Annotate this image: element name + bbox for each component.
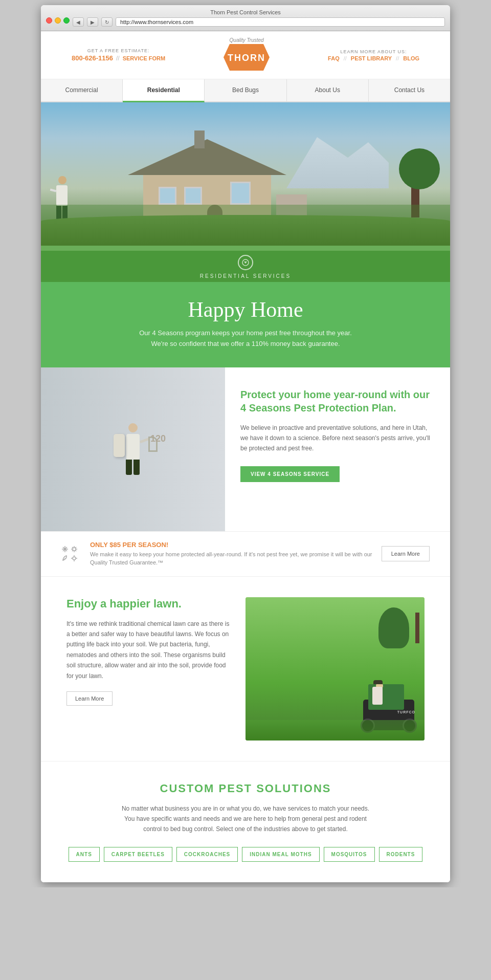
top-bar: GET A FREE ESTIMATE: 800-626-1156 // SER… xyxy=(41,31,450,79)
seasons-content: Protect your home year-round with our 4 … xyxy=(225,367,450,531)
price-banner: ONLY $85 PER SEASON! We make it easy to … xyxy=(41,531,450,577)
top-right-info: LEARN MORE ABOUT US: FAQ // PEST LIBRARY… xyxy=(328,49,419,61)
seasons-section: 120 Protect your home year-round with ou… xyxy=(41,367,450,531)
sprayer-scene: 120 xyxy=(41,367,225,531)
hero-section xyxy=(41,102,450,246)
nav-commercial[interactable]: Commercial xyxy=(41,79,123,101)
green-banner: RESIDENTIAL SERVICES xyxy=(41,246,450,282)
back-button[interactable]: ◀ xyxy=(73,17,84,27)
snowflake-icon xyxy=(61,546,69,553)
pest-solutions-description: No matter what business you are in or wh… xyxy=(118,803,373,835)
forward-button[interactable]: ▶ xyxy=(87,17,98,27)
refresh-button[interactable]: ↻ xyxy=(101,17,113,27)
seasons-heading: Protect your home year-round with our 4 … xyxy=(240,388,435,415)
lawn-heading: Enjoy a happier lawn. xyxy=(66,597,230,611)
svg-point-10 xyxy=(73,557,76,560)
pest-solutions-section: CUSTOM PEST SOLUTIONS No matter what bus… xyxy=(41,761,450,882)
browser-chrome: Thorn Pest Control Services ◀ ▶ ↻ http:/… xyxy=(41,5,450,31)
pest-indian-meal-moths-button[interactable]: INDIAN MEAL MOTHS xyxy=(242,847,319,862)
logo-badge-svg: THORN xyxy=(224,44,270,71)
top-left-info: GET A FREE ESTIMATE: 800-626-1156 // SER… xyxy=(72,48,165,62)
lawn-image: TURFCO xyxy=(246,597,425,741)
pest-rodents-button[interactable]: RODENTS xyxy=(379,847,423,862)
price-description: We make it easy to keep your home protec… xyxy=(90,550,382,567)
close-button[interactable] xyxy=(46,17,52,24)
nav-about-us[interactable]: About Us xyxy=(287,79,369,101)
seasons-body: We believe in proactive and preventative… xyxy=(240,423,435,454)
pest-solutions-heading: CUSTOM PEST SOLUTIONS xyxy=(66,782,425,795)
phone-number[interactable]: 800-626-1156 xyxy=(72,54,113,62)
happy-home-section: Happy Home Our 4 Seasons program keeps y… xyxy=(41,282,450,367)
window-controls xyxy=(46,17,70,24)
scroll-indicator[interactable] xyxy=(238,255,253,270)
top-right-links: FAQ // PEST LIBRARY // BLOG xyxy=(328,55,419,61)
price-text: ONLY $85 PER SEASON! We make it easy to … xyxy=(90,541,382,567)
main-nav: Commercial Residential Bed Bugs About Us… xyxy=(41,79,450,102)
svg-point-8 xyxy=(73,548,76,551)
pest-cockroaches-button[interactable]: COCKROACHES xyxy=(176,847,238,862)
pest-carpet-beetles-button[interactable]: CARPET BEETLES xyxy=(104,847,172,862)
blog-link[interactable]: BLOG xyxy=(403,55,419,61)
logo-area: Quality Trusted THORN xyxy=(224,37,270,73)
happy-home-description: Our 4 Seasons program keeps your home pe… xyxy=(133,328,358,350)
browser-bar: ◀ ▶ ↻ http://www.thornservices.com xyxy=(46,17,445,27)
address-bar[interactable]: http://www.thornservices.com xyxy=(116,17,445,27)
happy-home-title: Happy Home xyxy=(82,297,409,322)
price-icons xyxy=(61,546,82,562)
lawn-section: Enjoy a happier lawn. It's time we rethi… xyxy=(41,577,450,761)
browser-title: Thorn Pest Control Services xyxy=(46,9,445,15)
pest-buttons: ANTS CARPET BEETLES COCKROACHES INDIAN M… xyxy=(66,847,425,862)
lawn-learn-more-button[interactable]: Learn More xyxy=(66,691,113,706)
website-content: GET A FREE ESTIMATE: 800-626-1156 // SER… xyxy=(41,31,450,882)
sep3: // xyxy=(396,55,399,61)
svg-marker-3 xyxy=(244,262,247,264)
faq-link[interactable]: FAQ xyxy=(328,55,340,61)
service-form-link[interactable]: SERVICE FORM xyxy=(123,55,166,61)
maximize-button[interactable] xyxy=(63,17,70,24)
price-title: ONLY $85 PER SEASON! xyxy=(90,541,382,549)
gear-icon xyxy=(71,546,78,553)
logo-quality-text: Quality Trusted xyxy=(230,37,264,43)
minimize-button[interactable] xyxy=(55,17,61,24)
lawn-body: It's time we rethink traditional chemica… xyxy=(66,619,230,681)
leaf-icon xyxy=(61,555,69,562)
estimate-label: GET A FREE ESTIMATE: xyxy=(72,48,165,53)
pest-mosquitos-button[interactable]: MOSQUITOS xyxy=(324,847,375,862)
separator1: // xyxy=(116,55,120,62)
learn-more-label: LEARN MORE ABOUT US: xyxy=(328,49,419,54)
sep2: // xyxy=(344,55,347,61)
nav-residential[interactable]: Residential xyxy=(123,79,205,102)
browser-window: Thorn Pest Control Services ◀ ▶ ↻ http:/… xyxy=(41,5,450,882)
pest-ants-button[interactable]: ANTS xyxy=(69,847,100,862)
browser-nav xyxy=(46,17,70,27)
nav-bed-bugs[interactable]: Bed Bugs xyxy=(205,79,286,101)
pest-library-link[interactable]: PEST LIBRARY xyxy=(351,55,392,61)
price-learn-more-button[interactable]: Learn More xyxy=(382,546,430,561)
svg-text:THORN: THORN xyxy=(228,53,265,63)
sun-icon xyxy=(71,555,78,562)
lawn-content: Enjoy a happier lawn. It's time we rethi… xyxy=(66,597,246,741)
nav-contact-us[interactable]: Contact Us xyxy=(369,79,450,101)
section-label: RESIDENTIAL SERVICES xyxy=(41,270,450,282)
view-4-seasons-button[interactable]: VIEW 4 SEASONS SERVICE xyxy=(240,466,340,482)
seasons-image: 120 xyxy=(41,367,225,531)
